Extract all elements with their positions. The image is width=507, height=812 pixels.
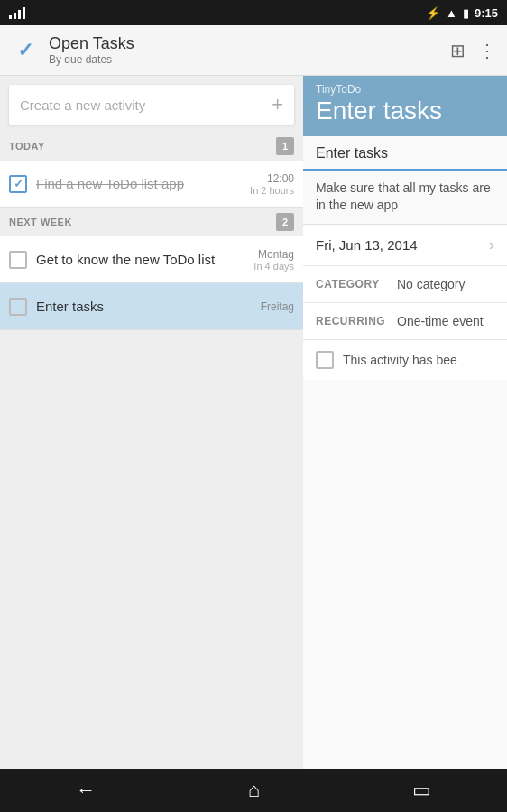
- status-bar-right: ⚡ ▲ ▮ 9:15: [426, 6, 498, 20]
- task-checkbox-3[interactable]: [9, 298, 27, 316]
- recurring-label: RECURRING: [316, 315, 397, 328]
- status-bar: ⚡ ▲ ▮ 9:15: [0, 0, 507, 25]
- task-meta-1: 12:00 In 2 hours: [250, 172, 294, 196]
- task-checkbox-1[interactable]: [9, 175, 27, 193]
- task-meta-3: Freitag: [261, 300, 294, 313]
- task-description-field[interactable]: Make sure that all my tasks are in the n…: [303, 171, 507, 225]
- main-layout: Create a new activity + TODAY 1 Find a n…: [0, 76, 507, 769]
- detail-app-name: TinyToDo: [316, 83, 494, 96]
- task-meta-2: Montag In 4 days: [254, 248, 294, 272]
- battery-icon: ▮: [463, 6, 469, 20]
- signal-bars: [9, 6, 25, 19]
- completed-checkbox[interactable]: [316, 351, 334, 369]
- task-title-2: Get to know the new ToDo list: [36, 252, 215, 267]
- category-label: CATEGORY: [316, 278, 397, 291]
- check-icon: ✓: [17, 39, 33, 62]
- task-name-field[interactable]: Enter tasks: [303, 136, 507, 171]
- task-category-row[interactable]: CATEGORY No category: [303, 266, 507, 303]
- task-item-find-todo[interactable]: Find a new ToDo list app 12:00 In 2 hour…: [0, 161, 303, 208]
- signal-bar-2: [14, 13, 16, 19]
- task-time-3: Freitag: [261, 300, 294, 313]
- task-name-value[interactable]: Enter tasks: [316, 145, 388, 161]
- recurring-value: One-time event: [397, 314, 494, 328]
- left-panel: Create a new activity + TODAY 1 Find a n…: [0, 76, 303, 769]
- app-title-area: Open Tasks By due dates: [49, 34, 450, 67]
- right-panel: TinyToDo Enter tasks Enter tasks Make su…: [303, 76, 507, 769]
- task-content-1: Find a new ToDo list app: [36, 176, 250, 192]
- app-bar-actions: ⊞ ⋮: [450, 40, 496, 61]
- task-item-get-to-know[interactable]: Get to know the new ToDo list Montag In …: [0, 236, 303, 283]
- create-input-placeholder[interactable]: Create a new activity: [20, 97, 272, 113]
- detail-header: TinyToDo Enter tasks: [303, 76, 507, 136]
- category-value: No category: [397, 277, 494, 291]
- app-bar: ✓ Open Tasks By due dates ⊞ ⋮: [0, 25, 507, 76]
- app-subtitle: By due dates: [49, 53, 450, 66]
- task-content-2: Get to know the new ToDo list: [36, 252, 254, 268]
- signal-bar-4: [23, 7, 25, 19]
- detail-body: Enter tasks Make sure that all my tasks …: [303, 136, 507, 769]
- next-week-badge: 2: [276, 213, 294, 231]
- next-week-label: NEXT WEEK: [9, 217, 276, 227]
- signal-bar-3: [18, 10, 21, 19]
- signal-bar-1: [9, 15, 12, 19]
- status-time: 9:15: [475, 6, 498, 20]
- task-time-1: 12:00: [250, 172, 294, 185]
- task-relative-2: In 4 days: [254, 261, 294, 272]
- task-title-1: Find a new ToDo list app: [36, 176, 184, 191]
- completed-label: This activity has bee: [343, 353, 457, 367]
- date-chevron-icon: ›: [489, 235, 494, 254]
- task-title-3: Enter tasks: [36, 299, 104, 314]
- detail-title: Enter tasks: [316, 97, 494, 125]
- create-plus-icon[interactable]: +: [272, 93, 283, 116]
- app-checkmark-icon: ✓: [11, 36, 40, 65]
- task-item-enter-tasks[interactable]: Enter tasks Freitag: [0, 283, 303, 330]
- today-label: TODAY: [9, 141, 276, 152]
- task-completed-row[interactable]: This activity has bee: [303, 340, 507, 380]
- task-description-text: Make sure that all my tasks are in the n…: [316, 180, 491, 213]
- calendar-icon[interactable]: ⊞: [450, 40, 466, 61]
- task-checkbox-2[interactable]: [9, 251, 27, 269]
- create-input-box[interactable]: Create a new activity +: [9, 85, 294, 125]
- wifi-icon: ▲: [446, 6, 457, 20]
- task-content-3: Enter tasks: [36, 299, 261, 315]
- create-input-wrapper: Create a new activity +: [0, 76, 303, 132]
- task-recurring-row[interactable]: RECURRING One-time event: [303, 303, 507, 340]
- home-button[interactable]: ⌂: [230, 771, 278, 809]
- overflow-menu-icon[interactable]: ⋮: [478, 40, 496, 61]
- app-title: Open Tasks: [49, 34, 450, 54]
- task-relative-1: In 2 hours: [250, 185, 294, 196]
- today-section-header: TODAY 1: [0, 132, 303, 161]
- task-time-2: Montag: [254, 248, 294, 261]
- bluetooth-icon: ⚡: [426, 6, 440, 20]
- next-week-section-header: NEXT WEEK 2: [0, 208, 303, 236]
- back-button[interactable]: ←: [58, 771, 114, 809]
- task-date-row[interactable]: Fri, Jun 13, 2014 ›: [303, 225, 507, 266]
- status-bar-left: [9, 6, 25, 19]
- recent-apps-button[interactable]: ▭: [394, 771, 449, 809]
- today-badge: 1: [276, 137, 294, 155]
- bottom-nav: ← ⌂ ▭: [0, 769, 507, 812]
- task-date-value: Fri, Jun 13, 2014: [316, 237, 489, 253]
